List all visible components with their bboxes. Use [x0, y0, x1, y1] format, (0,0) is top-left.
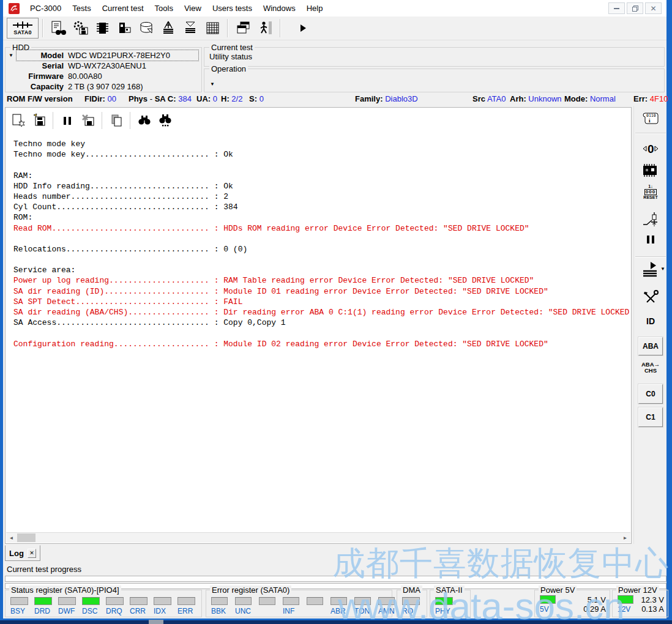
toolbar-separator: [227, 19, 228, 37]
minimize-button[interactable]: [608, 2, 625, 14]
new-log-button[interactable]: [8, 111, 29, 130]
led-cell: BBK: [211, 597, 235, 615]
led-label: ERR: [177, 607, 201, 615]
drive-passport-button[interactable]: 0110i: [638, 110, 663, 129]
ua-label: UA:: [196, 94, 211, 103]
pause-utility-button[interactable]: [638, 236, 663, 243]
fldir-value: 00: [108, 94, 116, 103]
surface-map-button[interactable]: [201, 18, 223, 39]
utility-sidebar: 0110i 0 1↓ 000 RESET ▼ ID ABA ABA→ CHS: [633, 106, 666, 544]
filter-test-button[interactable]: [179, 18, 201, 39]
copy-icon: [108, 113, 124, 128]
start-utility-button[interactable]: [638, 261, 663, 278]
sac-value: 384: [178, 94, 192, 103]
led-indicator: [58, 597, 76, 605]
start-utility-dropdown-icon[interactable]: ▼: [660, 266, 665, 272]
horizontal-scrollbar[interactable]: ◄ ►: [6, 532, 630, 543]
drive-info-button[interactable]: [47, 18, 69, 39]
binoculars-icon: [136, 113, 152, 128]
sata0-port-button[interactable]: SATA0: [7, 18, 39, 39]
restore-button[interactable]: [627, 2, 643, 14]
led-indicator: [307, 597, 323, 605]
power-5v-voltage: 5.1 V: [588, 595, 606, 604]
log-line: Service area:: [13, 265, 629, 275]
log-line: HDD Info reading........................…: [13, 181, 629, 191]
ua-value: 0: [213, 94, 217, 103]
mode-value: Normal: [590, 94, 616, 103]
c0-button[interactable]: C0: [638, 384, 663, 404]
copy-log-button[interactable]: [106, 111, 127, 130]
led-cell: BSY: [10, 597, 34, 615]
status-register-title: Status register (SATA0)-[PIO4]: [9, 585, 121, 595]
dma-panel: DMARQ: [397, 590, 427, 617]
led-cell: IDX: [154, 597, 177, 615]
c1-button[interactable]: C1: [638, 407, 663, 427]
menu-bar: PC-3000TestsCurrent testToolsViewUsers t…: [3, 0, 666, 17]
led-row: BSYDRDDWFDSCDRQCRRIDXERR: [10, 597, 201, 615]
exit-button[interactable]: [254, 18, 276, 39]
menu-item-pc-3000[interactable]: PC-3000: [24, 0, 67, 17]
led-row: PHY: [435, 597, 457, 615]
log-tab-close-button[interactable]: ✕: [28, 549, 36, 558]
board-button[interactable]: [113, 18, 135, 39]
family-value: Diablo3D: [385, 94, 417, 103]
power-12v-title: Power 12V: [616, 585, 659, 595]
toolbar-more-button[interactable]: [292, 18, 314, 39]
chip-access-button[interactable]: [638, 162, 663, 178]
menu-item-view[interactable]: View: [179, 0, 207, 17]
led-indicator: [259, 597, 275, 605]
taskbar-strip: [0, 620, 672, 624]
log-tab[interactable]: Log ✕: [5, 545, 40, 561]
cascade-windows-icon: [235, 20, 252, 36]
save-log-button[interactable]: [29, 111, 50, 130]
scroll-left-arrow[interactable]: ◄: [6, 533, 17, 543]
operation-dropdown-icon[interactable]: ▼: [210, 81, 215, 87]
log-line: SA Access...............................…: [13, 318, 629, 328]
log-toolbar-separator: [53, 112, 54, 129]
clear-log-button[interactable]: [78, 111, 99, 130]
heads-test-button[interactable]: [157, 18, 179, 39]
pause-log-button[interactable]: [57, 111, 78, 130]
led-indicator: [106, 597, 124, 605]
hdd-panel: HDD ▼ ModelWDC WD21PURX-78EH2Y0SerialWD-…: [5, 47, 202, 92]
scroll-right-arrow[interactable]: ►: [620, 533, 630, 543]
menu-item-windows[interactable]: Windows: [258, 0, 301, 17]
rom-chip-button[interactable]: [91, 18, 113, 39]
windows-cascade-button[interactable]: [232, 18, 254, 39]
database-icon: [138, 20, 155, 36]
chip-icon: [94, 20, 111, 36]
gear-floppy-icon: [72, 20, 89, 36]
status-line: ROM F/W version FlDir: 00 Phys - SA C: 3…: [3, 93, 666, 106]
power-relay-button[interactable]: [638, 210, 663, 229]
led-label: UNC: [235, 607, 259, 615]
led-label: BSY: [10, 607, 34, 615]
aba-button[interactable]: ABA: [638, 337, 663, 355]
tools-button[interactable]: [638, 289, 663, 305]
data-extractor-button[interactable]: [135, 18, 157, 39]
aba-chs-button[interactable]: ABA→ CHS: [638, 362, 663, 374]
find-next-button[interactable]: [155, 111, 176, 130]
menu-item-help[interactable]: Help: [301, 0, 329, 17]
hammer-wrench-icon: [643, 289, 659, 305]
zero-fill-button[interactable]: 0: [638, 140, 663, 157]
led-indicator: [82, 597, 100, 605]
menu-item-tests[interactable]: Tests: [67, 0, 96, 17]
close-button[interactable]: ✕: [645, 2, 662, 14]
id-button[interactable]: ID: [638, 316, 663, 326]
reset-button[interactable]: 1↓ 000 RESET: [638, 184, 663, 200]
led-cell: DRD: [34, 597, 58, 615]
hdd-dropdown-icon[interactable]: ▼: [9, 53, 13, 58]
menu-item-current-test[interactable]: Current test: [97, 0, 149, 17]
scrollbar-thumb[interactable]: [17, 533, 35, 542]
menu-item-users-tests[interactable]: Users tests: [207, 0, 258, 17]
find-button[interactable]: [134, 111, 155, 130]
hdd-field-row[interactable]: ModelWDC WD21PURX-78EH2Y0: [17, 50, 198, 61]
menu-item-tools[interactable]: Tools: [149, 0, 179, 17]
utility-settings-button[interactable]: [69, 18, 91, 39]
start-utility-icon: [641, 261, 660, 278]
led-cell: ABR: [330, 597, 354, 615]
hdd-field-row: SerialWD-WX72A30AENU1: [17, 61, 198, 71]
id-label: ID: [646, 316, 655, 326]
led-label: ABR: [330, 607, 354, 615]
registers-strip: Status register (SATA0)-[PIO4]BSYDRDDWFD…: [3, 590, 666, 618]
